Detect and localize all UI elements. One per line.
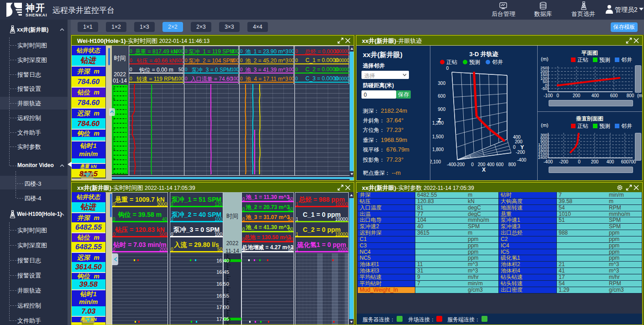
svg-text:0: 0 [513, 145, 516, 150]
svg-text:600: 600 [496, 162, 504, 167]
svg-text:-400: -400 [447, 162, 456, 167]
svg-text:-200: -200 [456, 162, 465, 167]
svg-text:(m): (m) [637, 93, 642, 98]
svg-text:800: 800 [627, 93, 634, 98]
svg-text:1,800: 1,800 [432, 147, 444, 152]
svg-text:-400: -400 [544, 159, 553, 164]
svg-text:-50: -50 [541, 86, 547, 91]
svg-text:0: 0 [556, 93, 559, 98]
svg-text:900: 900 [438, 107, 445, 112]
svg-text:800: 800 [508, 162, 516, 167]
svg-text:600: 600 [438, 94, 445, 99]
svg-text:200: 200 [515, 139, 523, 144]
svg-text:-400: -400 [517, 157, 526, 162]
svg-text:1,500: 1,500 [432, 134, 444, 139]
svg-text:-200: -200 [559, 159, 568, 164]
svg-text:400: 400 [607, 159, 614, 164]
svg-text:Y: Y [520, 144, 524, 151]
svg-text:400: 400 [592, 93, 599, 98]
svg-text:0: 0 [446, 66, 449, 71]
svg-text:200: 200 [591, 159, 599, 164]
svg-text:X: X [482, 167, 486, 173]
svg-text:0: 0 [578, 159, 581, 164]
svg-text:200: 200 [573, 93, 581, 98]
svg-text:0: 0 [471, 162, 474, 167]
svg-text:400: 400 [487, 162, 495, 167]
svg-text:2,100: 2,100 [430, 159, 441, 164]
svg-text:-100: -100 [544, 93, 553, 98]
svg-text:300: 300 [438, 81, 445, 86]
svg-text:Z: Z [438, 117, 441, 124]
svg-text:600: 600 [621, 159, 629, 164]
svg-text:600: 600 [610, 93, 618, 98]
